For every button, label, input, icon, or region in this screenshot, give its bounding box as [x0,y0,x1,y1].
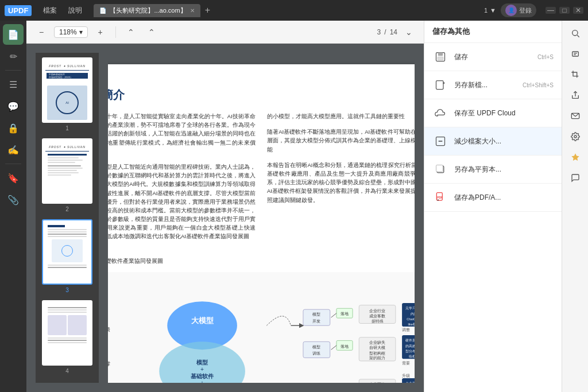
thumbnail-4[interactable]: 4 [40,300,94,374]
reduce-size-label: 減少檔案大小... [454,137,554,146]
svg-text:硬件层之上: 硬件层之上 [405,338,415,342]
svg-text:基础软件: 基础软件 [191,373,214,379]
zoom-dropdown-icon[interactable]: ▾ [79,28,83,36]
account-label: 登錄 [519,6,532,15]
svg-text:成业客数: 成业客数 [369,314,385,318]
main-area: 📄 ✏ ☰ 💬 🔒 ✍ 🔖 📎 − 118% ▾ + ⌃ ⌃ 3 / 14 [0,21,588,392]
mail-tool-btn[interactable] [566,107,585,125]
thumbnail-1[interactable]: FROST ✦ SULLIVAN 中国AI基础软件市场研究报告（2023） AI [40,57,94,131]
pdf-toolbar: − 118% ▾ + ⌃ ⌃ 3 / 14 ⌄ [26,21,424,44]
save-shortcut: Ctrl+S [537,54,554,60]
pdfa-text: 儲存為PDF/A... [454,193,554,203]
cloud-label: 保存至 UPDF Cloud [454,108,554,118]
tool-separator-2 [5,164,21,164]
svg-text:内部: 内部 [411,311,415,315]
svg-text:反馈: 反馈 [108,326,110,332]
tab-area: 📄 【头豹研究院】...ao.com】 ✕ + [94,4,482,17]
svg-rect-68 [438,57,443,60]
menu-help[interactable]: 說明 [64,5,87,17]
right-text-1: 的小模型，才能高大模型應用。這就件工具鏈的重要性 [267,112,415,121]
tool-comment[interactable]: 💬 [3,96,24,117]
tool-sign[interactable]: ✍ [3,139,24,160]
tool-document[interactable]: 📄 [3,24,24,45]
save-icon [432,49,448,65]
search-tool-btn[interactable] [566,24,585,42]
premium-tool-btn[interactable] [566,148,585,166]
left-toolbar: 📄 ✏ ☰ 💬 🔒 ✍ 🔖 📎 [0,21,26,392]
app-logo: UPDF [5,5,32,16]
zoom-in-btn[interactable]: + [92,24,109,40]
paragraph-1: 過去十年，是人工智能從實驗室走向產業化的十年。AI技術革命掀起的產業浪潮，勢不可… [108,112,256,156]
svg-text:支撑: 支撑 [108,361,110,367]
save-flat-item[interactable]: 另存為平剪本... [424,156,562,184]
svg-text:落地: 落地 [341,344,349,348]
thumb-content: AI [45,81,89,123]
flat-text: 另存為平剪本... [454,165,554,174]
svg-text:模型: 模型 [196,359,208,365]
thumbnail-page-1: FROST ✦ SULLIVAN 中国AI基础软件市场研究报告（2023） AI [42,57,92,123]
thumb-blue-bar: 中国AI基础软件市场研究报告（2023） [47,73,88,79]
svg-text:ChatGPT-: ChatGPT- [407,317,415,320]
save-text: 儲存 [454,52,532,62]
active-tab[interactable]: 📄 【头豹研究院】...ao.com】 ✕ [94,4,200,17]
save-as-panel: 儲存為其他 儲存 Ctrl+S [424,21,562,392]
diagram-area: AI基礎軟件產業協同發展圖 反馈 支撑 大模型 [108,257,415,383]
svg-text:模型: 模型 [312,344,320,349]
ocr-tool-btn[interactable] [566,45,585,63]
tool-attach[interactable]: 📎 [3,189,24,210]
svg-text:训练: 训练 [312,350,320,355]
maximize-btn[interactable]: □ [559,7,570,14]
svg-text:+: + [200,366,204,372]
tool-edit[interactable]: ✏ [3,46,24,67]
save-cloud-item[interactable]: 保存至 UPDF Cloud [424,99,562,127]
share-tool-btn[interactable] [566,86,585,104]
thumbnail-page-2: FROST ✦ SULLIVAN [42,138,92,204]
thumb-num-2: 2 [65,206,69,212]
save-pdfa-item[interactable]: PDF /A 儲存為PDF/A... [424,184,562,212]
minimize-btn[interactable]: — [546,7,556,14]
tool-outline[interactable]: ☰ [3,74,24,95]
svg-rect-67 [438,53,443,56]
svg-rect-75 [436,165,443,172]
svg-rect-81 [572,52,578,56]
zoom-display[interactable]: 118% ▾ [54,26,88,38]
tool-protect[interactable]: 🔒 [3,118,24,138]
save-item[interactable]: 儲存 Ctrl+S [424,43,562,71]
page-down-btn[interactable]: ⌄ [401,24,417,40]
svg-marker-87 [571,153,579,161]
crop-tool-btn[interactable] [566,65,585,84]
settings-tool-btn[interactable] [566,127,585,146]
toolbar-sep-1 [115,26,116,38]
tab-close-btn[interactable]: ✕ [190,7,195,14]
new-tab-btn[interactable]: + [202,5,214,15]
account-btn[interactable]: 👤 登錄 [501,3,536,17]
svg-text:型初构框: 型初构框 [369,351,385,355]
svg-text:架的能力: 架的能力 [369,356,385,360]
zoom-out-btn[interactable]: − [33,24,49,40]
menu-file[interactable]: 檔案 [38,5,61,17]
scroll-top-btn[interactable]: ⌃ [144,24,160,40]
thumbnail-3[interactable]: 3 [40,219,94,293]
save-as-new-item[interactable]: 另存新檔... Ctrl+Shift+S [424,71,562,99]
titlebar-right: 1 ▼ 👤 登錄 — □ ✕ [484,3,583,17]
thumb-num-1: 1 [65,125,69,131]
svg-point-79 [572,30,577,36]
svg-text:大模型: 大模型 [191,316,214,324]
chat-tool-btn[interactable] [566,169,585,187]
zoom-level: 118% [59,28,77,36]
svg-point-86 [574,135,577,138]
tool-bookmark[interactable]: 🔖 [3,168,24,188]
right-text-2: 隨著AI基礎軟件不斷落地應用呈現加，AI基礎軟件可幫助在訓練層面，其提放大模型分… [267,127,415,154]
thumbnail-2[interactable]: FROST ✦ SULLIVAN [40,138,94,212]
titlebar: UPDF 檔案 說明 📄 【头豹研究院】...ao.com】 ✕ + 1 ▼ 👤… [0,0,588,21]
svg-text:的高效大模: 的高效大模 [405,343,415,347]
save-as-new-shortcut: Ctrl+Shift+S [523,82,554,88]
svg-text:练框架: 练框架 [409,355,415,358]
thumbnail-page-3 [42,219,92,285]
reduce-size-item[interactable]: 減少檔案大小... [424,127,562,156]
svg-text:企业基础设: 企业基础设 [405,382,415,383]
page-number-display: 1 ▼ [484,7,496,14]
close-btn[interactable]: ✕ [573,7,583,14]
flat-label: 另存為平剪本... [454,165,554,174]
scroll-up-btn[interactable]: ⌃ [123,24,139,40]
